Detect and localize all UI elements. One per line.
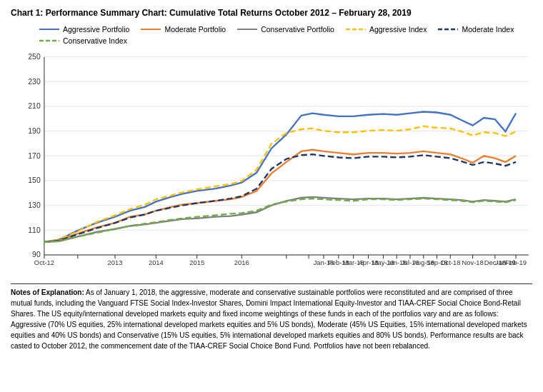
- svg-text:190: 190: [28, 126, 41, 135]
- svg-text:90: 90: [32, 250, 41, 258]
- svg-text:150: 150: [28, 176, 41, 184]
- svg-text:2015: 2015: [189, 258, 204, 266]
- legend-conservative-portfolio: Conservative Portfolio: [237, 25, 334, 34]
- svg-text:210: 210: [28, 101, 41, 110]
- legend-aggressive-portfolio: Aggressive Portfolio: [39, 25, 129, 34]
- svg-text:Nov-18: Nov-18: [462, 258, 483, 266]
- legend-moderate-index: Moderate Index: [438, 25, 514, 34]
- svg-text:Oct-18: Oct-18: [440, 258, 460, 266]
- line-aggressive-index: [44, 126, 516, 242]
- legend-conservative-index: Conservative Index: [39, 36, 127, 45]
- chart-container: 250 230 210 190 170 150 130 110 90 Oct-1…: [11, 49, 532, 278]
- svg-text:110: 110: [28, 225, 41, 233]
- legend-moderate-portfolio: Moderate Portfolio: [141, 25, 226, 34]
- legend-aggressive-index: Aggressive Index: [346, 25, 427, 34]
- svg-text:2016: 2016: [234, 258, 249, 266]
- legend: Aggressive Portfolio Moderate Portfolio …: [11, 25, 532, 45]
- svg-text:230: 230: [28, 76, 41, 85]
- notes-section: Notes of Explanation: As of January 1, 2…: [11, 283, 532, 351]
- notes-label: Notes of Explanation:: [11, 288, 84, 296]
- chart-title: Chart 1: Performance Summary Chart: Cumu…: [11, 7, 532, 19]
- svg-text:2014: 2014: [149, 258, 164, 266]
- svg-text:130: 130: [28, 201, 41, 209]
- svg-text:Oct-12: Oct-12: [34, 258, 54, 266]
- line-conservative-index: [44, 198, 516, 242]
- svg-text:170: 170: [28, 151, 41, 159]
- line-conservative-portfolio: [44, 197, 516, 242]
- chart-svg: 250 230 210 190 170 150 130 110 90 Oct-1…: [11, 49, 532, 278]
- svg-text:Feb-19: Feb-19: [505, 258, 527, 266]
- svg-text:250: 250: [28, 52, 41, 61]
- notes-text: As of January 1, 2018, the aggressive, m…: [11, 288, 527, 350]
- svg-text:2013: 2013: [108, 258, 123, 266]
